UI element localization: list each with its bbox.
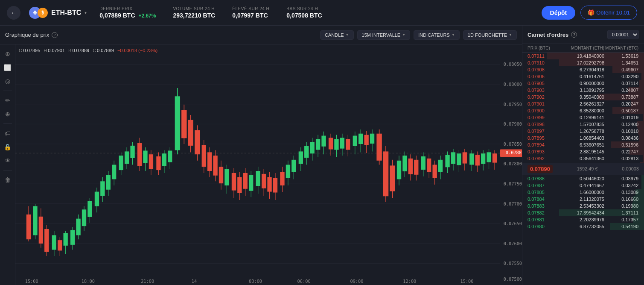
indicators-chevron-icon: ▼ [452, 33, 455, 37]
indicators-button[interactable]: INDICATEURS ▼ [414, 30, 460, 40]
svg-text:0.07850: 0.07850 [504, 142, 522, 147]
pointer-tool[interactable]: ◎ [2, 75, 14, 87]
lock-tool[interactable]: 🔒 [2, 141, 14, 153]
precision-select[interactable]: 0.00001 [607, 30, 639, 39]
bid-row[interactable]: 0.07885 1.66000000 0.13089 [522, 189, 644, 196]
ask-row[interactable]: 0.07894 6.53607651 0.51596 [522, 141, 644, 148]
ask-orders: 0.07911 19.41840000 1.53619 0.07910 17.0… [522, 53, 644, 163]
bid-row[interactable]: 0.07888 0.50446020 0.03979 [522, 175, 644, 182]
svg-rect-155 [383, 151, 388, 196]
svg-rect-179 [457, 153, 461, 165]
svg-rect-133 [316, 139, 320, 150]
fourchette-button[interactable]: 1D FOURCHETTE ▼ [463, 30, 517, 40]
draw-tool[interactable]: ✏ [2, 94, 14, 106]
select-tool[interactable]: ⬜ [2, 62, 14, 73]
last-price-value: 0,07889 BTC +2.67% [99, 12, 156, 19]
back-button[interactable]: ← [7, 6, 20, 20]
obtain-button[interactable]: 🎁 Obtenir 10,01 [580, 6, 637, 20]
low-label: BAS SUR 24 H [286, 6, 322, 11]
svg-text:15:00: 15:00 [25, 279, 38, 284]
tool-separator-3 [3, 170, 12, 170]
interval-button[interactable]: 15M INTERVALLE ▼ [357, 30, 411, 40]
svg-rect-119 [273, 178, 277, 193]
price-chart[interactable]: O0.07895 H0.07901 B0.07889 C0.07889 −0.0… [15, 44, 522, 285]
svg-rect-91 [188, 120, 193, 146]
ask-row[interactable]: 0.07897 1.26758778 0.10010 [522, 128, 644, 135]
high-label: ÉLEVÉ SUR 24 H [232, 6, 269, 11]
svg-rect-43 [39, 217, 43, 244]
svg-text:0.08050: 0.08050 [504, 62, 522, 67]
svg-text:12:00: 12:00 [403, 279, 416, 284]
ask-row[interactable]: 0.07906 0.41614761 0.03290 [522, 73, 644, 80]
bid-row[interactable]: 0.07884 2.11320075 0.16660 [522, 196, 644, 203]
orderbook-panel: Carnet d'ordres ? 0.00001 PRIX (BTC) MON… [522, 26, 644, 285]
svg-rect-131 [310, 142, 315, 153]
ask-row[interactable]: 0.07902 9.35040000 0.73887 [522, 94, 644, 100]
eye-tool[interactable]: 👁 [2, 155, 14, 167]
bid-row[interactable]: 0.07883 2.53453302 0.19980 [522, 203, 644, 209]
ask-row[interactable]: 0.07910 17.02292798 1.34651 [522, 59, 644, 66]
svg-rect-189 [487, 152, 491, 162]
svg-rect-129 [304, 146, 309, 158]
ask-row[interactable]: 0.07895 1.06854403 0.08436 [522, 135, 644, 141]
bid-orders: 0.07888 0.50446020 0.03979 0.07887 0.474… [522, 175, 644, 285]
svg-text:03:00: 03:00 [249, 279, 262, 284]
crosshair-tool[interactable]: ⊕ [2, 48, 14, 60]
svg-rect-139 [334, 139, 338, 150]
svg-rect-69 [119, 156, 123, 170]
last-price-label: DERNIER PRIX [99, 6, 156, 11]
bid-row[interactable]: 0.07882 17.39542434 1.37111 [522, 209, 644, 216]
market-stats: DERNIER PRIX 0,07889 BTC +2.67% VOLUME S… [99, 6, 322, 19]
chart-info-icon: ? [52, 32, 58, 38]
ask-row[interactable]: 0.07891 0.66834328 0.05274 [522, 162, 644, 163]
svg-rect-177 [451, 152, 455, 164]
bid-row[interactable]: 0.07881 2.20239976 0.17357 [522, 216, 644, 223]
ohlc-overlay: O0.07895 H0.07901 B0.07889 C0.07889 −0.0… [19, 48, 157, 53]
ask-row[interactable]: 0.07901 2.56261327 0.20247 [522, 100, 644, 107]
orderbook-title-group: Carnet d'ordres ? [527, 32, 577, 38]
svg-rect-185 [475, 155, 480, 165]
svg-rect-127 [299, 151, 303, 164]
deposit-button[interactable]: Dépôt [542, 6, 576, 20]
svg-rect-73 [130, 146, 134, 158]
delete-tool[interactable]: 🗑 [2, 174, 14, 186]
svg-rect-153 [376, 134, 382, 161]
svg-rect-97 [207, 152, 212, 171]
ask-row[interactable]: 0.07900 6.35280000 0.50187 [522, 107, 644, 114]
annotation-tool[interactable]: 🏷 [2, 127, 14, 139]
bid-row[interactable]: 0.07880 6.87732055 0.54190 [522, 223, 644, 230]
svg-rect-123 [286, 165, 290, 178]
svg-rect-117 [267, 177, 271, 192]
chart-toolbar: Graphique de prix ? CANDLE ▼ 15M INTERVA… [0, 26, 522, 44]
ask-row[interactable]: 0.07903 3.13891795 0.24807 [522, 87, 644, 94]
svg-rect-157 [390, 165, 395, 191]
pair-chevron-icon: ▾ [85, 10, 87, 15]
ask-row[interactable]: 0.07893 2.88195145 0.22747 [522, 148, 644, 155]
svg-rect-173 [438, 160, 443, 172]
ask-row[interactable]: 0.07898 1.57007835 0.12400 [522, 121, 644, 128]
chart-tools-panel: ⊕ ⬜ ◎ ✏ ⊕ 🏷 🔒 👁 🗑 [0, 44, 15, 285]
main-content: Graphique de prix ? CANDLE ▼ 15M INTERVA… [0, 26, 644, 285]
svg-rect-49 [58, 240, 62, 250]
ask-row[interactable]: 0.07892 0.35641360 0.02813 [522, 155, 644, 162]
svg-rect-165 [414, 160, 418, 175]
spread-value: 0.00003 [622, 166, 639, 171]
bid-row[interactable]: 0.07887 0.47441667 0.03742 [522, 182, 644, 189]
svg-rect-191 [492, 153, 497, 162]
zoom-tool[interactable]: ⊕ [2, 108, 14, 120]
spread-eur: 1592,49 € [577, 166, 598, 171]
svg-text:0.07650: 0.07650 [504, 222, 522, 226]
candle-type-button[interactable]: CANDLE ▼ [320, 30, 354, 40]
ask-row[interactable]: 0.07899 0.12899141 0.01019 [522, 114, 644, 121]
tool-separator-1 [3, 91, 12, 91]
ask-row[interactable]: 0.07911 19.41840000 1.53619 [522, 53, 644, 59]
chart-container: Graphique de prix ? CANDLE ▼ 15M INTERVA… [0, 26, 522, 285]
svg-rect-47 [52, 235, 56, 250]
svg-rect-71 [125, 151, 129, 164]
header-actions: Dépôt 🎁 Obtenir 10,01 [542, 6, 637, 20]
svg-text:0.07700: 0.07700 [504, 202, 522, 206]
ask-row[interactable]: 0.07905 0.90000000 0.07114 [522, 80, 644, 87]
svg-text:0.07550: 0.07550 [504, 261, 522, 266]
pair-selector[interactable]: ₿ ETH-BTC ▾ [29, 7, 87, 19]
ask-row[interactable]: 0.07908 6.27304918 0.49607 [522, 66, 644, 73]
